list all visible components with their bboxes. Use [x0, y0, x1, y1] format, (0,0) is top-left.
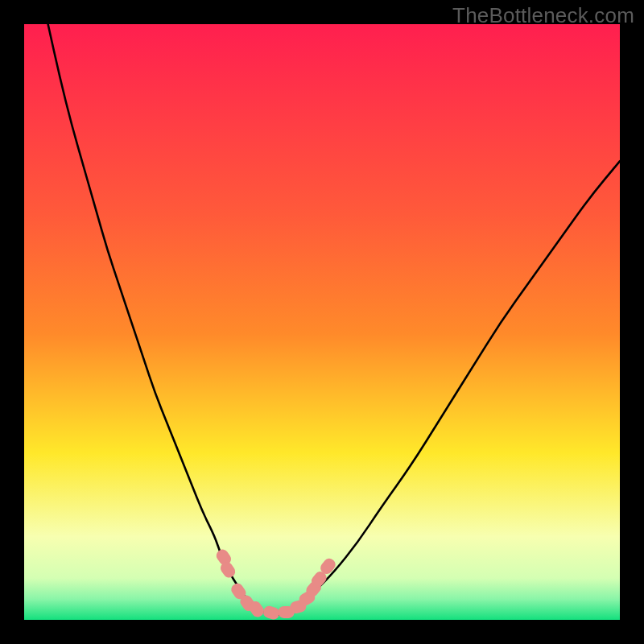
chart-frame: TheBottleneck.com — [0, 0, 644, 644]
plot-area — [24, 24, 620, 620]
chart-background — [24, 24, 620, 620]
watermark-text: TheBottleneck.com — [452, 3, 634, 28]
chart-svg — [24, 24, 620, 620]
